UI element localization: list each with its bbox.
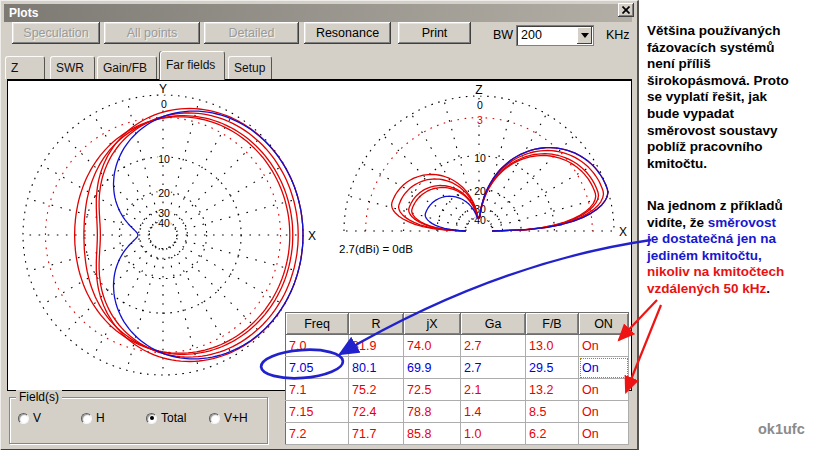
fields-group-label: Field(s) xyxy=(16,390,62,404)
dropdown-arrow-icon[interactable] xyxy=(577,27,592,44)
table-row: 7.0580.169.92.729.5On xyxy=(286,357,629,379)
close-icon xyxy=(622,6,630,14)
cell-ga[interactable]: 2.1 xyxy=(461,379,526,401)
cell-freq[interactable]: 7.2 xyxy=(286,423,349,445)
cell-r[interactable]: 81.9 xyxy=(349,335,404,357)
cell-ga[interactable]: 2.7 xyxy=(461,357,526,379)
radio-label: V xyxy=(33,411,41,425)
annotation-paragraph-2: Na jednom z příkladůvidíte, že směrovost… xyxy=(647,198,820,298)
cell-f-b[interactable]: 8.5 xyxy=(526,401,579,423)
cell-freq[interactable]: 7.05 xyxy=(286,357,349,379)
tab-swr[interactable]: SWR xyxy=(50,56,95,79)
cell-jx[interactable]: 78.8 xyxy=(404,401,461,423)
radio-circle-icon xyxy=(146,413,157,424)
bw-unit-label: KHz xyxy=(606,28,630,42)
titlebar[interactable]: Plots xyxy=(4,4,632,22)
column-header-on: ON xyxy=(579,313,629,335)
freq-table: FreqRjXGaF/BON7.081.974.02.713.0On7.0580… xyxy=(285,312,629,445)
cell-r[interactable]: 75.2 xyxy=(349,379,404,401)
cell-jx[interactable]: 69.9 xyxy=(404,357,461,379)
table-row: 7.1572.478.81.48.5On xyxy=(286,401,629,423)
svg-text:10: 10 xyxy=(158,153,170,165)
watermark: ok1ufc xyxy=(758,421,805,437)
bw-combobox[interactable]: 200 xyxy=(516,25,594,46)
print-button[interactable]: Print xyxy=(398,22,471,44)
cell-ga[interactable]: 1.0 xyxy=(461,423,526,445)
cell-freq[interactable]: 7.0 xyxy=(286,335,349,357)
tab-strip: ZSWRGain/FBFar fieldsSetup xyxy=(1,51,631,81)
cell-r[interactable]: 71.7 xyxy=(349,423,404,445)
detailed-button[interactable]: Detailed xyxy=(204,22,299,44)
annotation-paragraph-1: Většina používanýchfázovacích systémůnen… xyxy=(647,23,820,172)
radio-h[interactable]: H xyxy=(81,411,105,425)
fields-groupbox: Field(s) VHTotalV+H xyxy=(9,397,268,444)
radio-label: Total xyxy=(161,411,186,425)
radio-label: V+H xyxy=(224,411,248,425)
svg-text:X: X xyxy=(308,229,316,243)
cell-jx[interactable]: 85.8 xyxy=(404,423,461,445)
speculation-button[interactable]: Speculation xyxy=(12,22,100,44)
svg-text:10: 10 xyxy=(474,152,486,164)
svg-text:X: X xyxy=(619,225,627,239)
all-points-button[interactable]: All points xyxy=(104,22,200,44)
cell-freq[interactable]: 7.15 xyxy=(286,401,349,423)
radio-total[interactable]: Total xyxy=(146,411,186,425)
radio-label: H xyxy=(96,411,105,425)
svg-text:2.7(dBi) = 0dB: 2.7(dBi) = 0dB xyxy=(339,243,413,255)
close-button[interactable] xyxy=(618,3,634,17)
column-header-f-b: F/B xyxy=(526,313,579,335)
svg-text:Z: Z xyxy=(475,83,482,97)
cell-ga[interactable]: 1.4 xyxy=(461,401,526,423)
radio-circle-icon xyxy=(209,413,220,424)
cell-r[interactable]: 72.4 xyxy=(349,401,404,423)
tab-far-fields[interactable]: Far fields xyxy=(160,51,225,80)
bw-value: 200 xyxy=(521,28,542,42)
cell-on[interactable]: On xyxy=(579,335,629,357)
svg-text:3: 3 xyxy=(477,114,483,126)
tab-gain-fb[interactable]: Gain/FB xyxy=(97,56,157,79)
svg-text:40: 40 xyxy=(158,217,170,229)
column-header-freq: Freq xyxy=(286,313,349,335)
radio-v[interactable]: V xyxy=(18,411,41,425)
radio-v-h[interactable]: V+H xyxy=(209,411,248,425)
cell-f-b[interactable]: 29.5 xyxy=(526,357,579,379)
cell-f-b[interactable]: 13.2 xyxy=(526,379,579,401)
svg-text:20: 20 xyxy=(158,187,170,199)
table-row: 7.081.974.02.713.0On xyxy=(286,335,629,357)
column-header-jx: jX xyxy=(404,313,461,335)
resonance-button[interactable]: Resonance xyxy=(304,22,391,44)
tab-setup[interactable]: Setup xyxy=(228,56,272,79)
table-row: 7.175.272.52.113.2On xyxy=(286,379,629,401)
column-header-ga: Ga xyxy=(461,313,526,335)
svg-text:0: 0 xyxy=(161,98,167,110)
cell-f-b[interactable]: 6.2 xyxy=(526,423,579,445)
cell-f-b[interactable]: 13.0 xyxy=(526,335,579,357)
svg-text:Y: Y xyxy=(159,82,167,96)
cell-ga[interactable]: 2.7 xyxy=(461,335,526,357)
bw-label: BW xyxy=(493,28,513,42)
cell-freq[interactable]: 7.1 xyxy=(286,379,349,401)
cell-on[interactable]: On xyxy=(579,357,629,379)
cell-r[interactable]: 80.1 xyxy=(349,357,404,379)
cell-on[interactable]: On xyxy=(579,423,629,445)
radio-circle-icon xyxy=(81,413,92,424)
radio-circle-icon xyxy=(18,413,29,424)
cell-jx[interactable]: 72.5 xyxy=(404,379,461,401)
cell-on[interactable]: On xyxy=(579,401,629,423)
table-row: 7.271.785.81.06.2On xyxy=(286,423,629,445)
tab-z[interactable]: Z xyxy=(5,56,45,79)
cell-on[interactable]: On xyxy=(579,379,629,401)
column-header-r: R xyxy=(349,313,404,335)
svg-text:0: 0 xyxy=(477,99,483,111)
cell-jx[interactable]: 74.0 xyxy=(404,335,461,357)
window-title: Plots xyxy=(9,6,38,20)
